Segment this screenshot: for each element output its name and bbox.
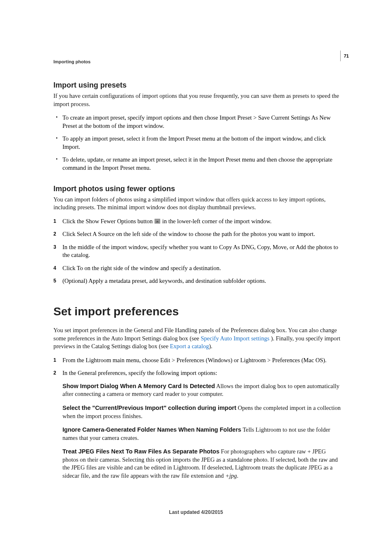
step-number: 2 [53,370,56,376]
collapse-panel-icon [154,219,160,224]
definition-term: Treat JPEG Files Next To Raw Files As Se… [62,448,219,455]
page-footer: Last updated 4/20/2015 [0,509,392,515]
fewer-intro: You can import folders of photos using a… [53,196,341,212]
step-number: 5 [53,278,56,284]
text: ). [209,343,212,349]
section-fewer-options: Import photos using fewer options You ca… [53,185,341,286]
step-text: (Optional) Apply a metadata preset, add … [62,278,266,284]
list-item: 3In the middle of the import window, spe… [53,243,341,259]
definition-item: Ignore Camera-Generated Folder Names Whe… [53,426,341,442]
step-text: Click the Show Fewer Options button [62,218,154,224]
step-text: In the General preferences, specify the … [62,370,217,376]
step-text: From the Lightroom main menu, choose Edi… [62,357,327,363]
list-item: To apply an import preset, select it fro… [53,135,341,151]
link-export-catalog[interactable]: Export a catalog [170,343,209,349]
section-set-preferences: Set import preferences You set import pr… [53,305,341,480]
section-title-fewer: Import photos using fewer options [53,185,341,193]
page-number-container: 71 [340,51,349,61]
definition-term: Ignore Camera-Generated Folder Names Whe… [62,426,241,433]
definition-item: Select the "Current/Previous Import" col… [53,404,341,420]
page-header: Importing photos [53,59,90,64]
section-title-presets: Import using presets [53,81,341,90]
definition-body-italic: +jpg [225,472,237,479]
fewer-steps-list: 1Click the Show Fewer Options button in … [53,217,341,285]
list-item: 2In the General preferences, specify the… [53,369,341,377]
definition-term: Select the "Current/Previous Import" col… [62,405,236,411]
step-number: 4 [53,265,56,271]
definition-term: Show Import Dialog When A Memory Card Is… [62,383,215,389]
definition-body: . [237,472,239,479]
section-import-presets: Import using presets If you have certain… [53,81,341,172]
page-number: 71 [344,53,349,58]
presets-intro: If you have certain configurations of im… [53,92,341,108]
link-auto-import-settings[interactable]: Specify Auto Import settings [201,335,271,342]
list-item: 5(Optional) Apply a metadata preset, add… [53,277,341,285]
prefs-steps-list: 1From the Lightroom main menu, choose Ed… [53,356,341,377]
page-content: Import using presets If you have certain… [53,81,341,492]
list-item: 1From the Lightroom main menu, choose Ed… [53,356,341,365]
list-item: To create an import preset, specify impo… [53,114,341,130]
list-item: 2Click Select A Source on the left side … [53,230,341,238]
presets-bullet-list: To create an import preset, specify impo… [53,114,341,172]
list-item: To delete, update, or rename an import p… [53,156,341,172]
step-number: 2 [53,231,56,237]
step-number: 1 [53,357,56,363]
step-text: In the middle of the import window, spec… [62,244,338,259]
step-number: 3 [53,244,56,250]
definition-item: Show Import Dialog When A Memory Card Is… [53,382,341,398]
list-item: 4Click To on the right side of the windo… [53,264,341,273]
step-text: in the lower-left corner of the import w… [161,218,272,224]
step-text: Click Select A Source on the left side o… [62,231,315,237]
prefs-definitions: Show Import Dialog When A Memory Card Is… [53,382,341,480]
step-text: Click To on the right side of the window… [62,265,221,271]
list-item: 1Click the Show Fewer Options button in … [53,217,341,226]
section-title-preferences: Set import preferences [53,305,341,318]
prefs-intro: You set import preferences in the Genera… [53,326,341,351]
definition-item: Treat JPEG Files Next To Raw Files As Se… [53,448,341,480]
step-number: 1 [53,218,56,224]
